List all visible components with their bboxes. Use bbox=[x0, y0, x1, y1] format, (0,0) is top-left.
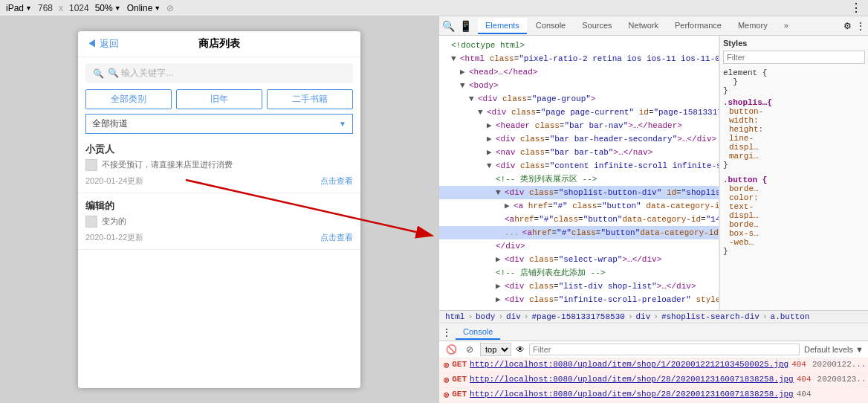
no-throttle-icon: ⊘ bbox=[166, 3, 174, 13]
html-line: <!doctype html> bbox=[439, 39, 719, 52]
html-line: ▶<div class="select-wrap">…</div> bbox=[439, 253, 719, 266]
tab-network[interactable]: Network bbox=[621, 18, 666, 34]
shop-desc-text: 变为的 bbox=[102, 216, 126, 227]
html-line: ▶<div class="bar bar-header-secondary">…… bbox=[439, 132, 719, 146]
html-line: ▼<div class="content infinite-scroll inf… bbox=[439, 159, 719, 173]
tab-elements[interactable]: Elements bbox=[478, 18, 527, 34]
html-line: ▼<html class="pixel-ratio-2 retina ios i… bbox=[439, 52, 719, 65]
device-label: iPad bbox=[6, 3, 24, 13]
html-line-highlighted: ...<a href="#" class="button" data-categ… bbox=[439, 226, 719, 239]
breadcrumb-div1[interactable]: div bbox=[506, 312, 521, 321]
breadcrumb-a-button[interactable]: a.button bbox=[771, 312, 810, 321]
search-bar[interactable]: 🔍 🔍 输入关键字... bbox=[85, 63, 353, 83]
shop-desc-text: 不接受预订，请直接来店里进行消费 bbox=[102, 159, 233, 170]
breadcrumb-page-id[interactable]: #page-1581331758530 bbox=[531, 312, 624, 321]
error-url[interactable]: http://localhost:8080/upload/item/shop/2… bbox=[470, 375, 794, 384]
category-secondhand-button[interactable]: 二手书籍 bbox=[267, 89, 353, 109]
view-button[interactable]: 点击查看 bbox=[320, 232, 353, 243]
error-icon: ⊗ bbox=[444, 390, 449, 401]
main-container: ◀ 返回 商店列表 🔍 🔍 输入关键字... 全部类别 旧年 二手书籍 全部街道… bbox=[0, 16, 868, 403]
inspect-icon[interactable]: 🔍 bbox=[442, 20, 455, 32]
search-icon: 🔍 bbox=[93, 68, 104, 79]
style-rule-button: .button { borde… color: text- displ… bor… bbox=[723, 175, 865, 256]
http-method: GET bbox=[452, 375, 467, 384]
console-filter-input[interactable] bbox=[529, 344, 800, 355]
error-url[interactable]: http://localhost:8080/upload/item/shop/2… bbox=[470, 390, 794, 399]
back-button[interactable]: ◀ 返回 bbox=[87, 37, 119, 51]
error-note: 404 bbox=[797, 390, 812, 399]
top-toolbar: iPad ▼ 768 x 1024 50% ▼ Online ▼ ⊘ ⋮ bbox=[0, 0, 868, 16]
breadcrumb-div2[interactable]: div bbox=[635, 312, 650, 321]
html-line: ▼<div class="page-group"> bbox=[439, 92, 719, 106]
styles-title: Styles bbox=[723, 39, 865, 48]
devtools-toolbar-icons: ⚙ ⋮ bbox=[843, 21, 865, 31]
console-tabbar: ⋮ Console bbox=[439, 323, 868, 341]
html-line: <a href="#" class="button" data-category… bbox=[439, 213, 719, 226]
error-icon: ⊗ bbox=[444, 360, 449, 371]
http-method: GET bbox=[452, 360, 467, 369]
tab-more[interactable]: » bbox=[777, 18, 796, 34]
tab-memory[interactable]: Memory bbox=[731, 18, 775, 34]
chevron-down-icon: ▼ bbox=[339, 120, 346, 128]
error-icon: ⊗ bbox=[444, 375, 449, 386]
html-line: <!-- 类别列表展示区 --> bbox=[439, 173, 719, 186]
viewport-x: x bbox=[59, 3, 63, 13]
device-arrow: ▼ bbox=[25, 4, 32, 12]
network-label: Online bbox=[127, 3, 153, 13]
breadcrumb-search-div[interactable]: #shoplist-search-div bbox=[661, 312, 760, 321]
html-line: ▼<div class="page page-current" id="page… bbox=[439, 106, 719, 119]
html-panel: <!doctype html> ▼<html class="pixel-rati… bbox=[439, 36, 719, 310]
html-line: ▶<a href="#" class="button" data-categor… bbox=[439, 199, 719, 213]
shop-name: 编辑的 bbox=[85, 199, 353, 213]
eye-icon[interactable]: 👁 bbox=[516, 344, 525, 355]
street-label: 全部街道 bbox=[92, 117, 128, 130]
console-toolbar: 🚫 ⊘ top 👁 Default levels ▼ bbox=[439, 341, 868, 358]
style-rule-shoplist: .shoplis…{ button- width: height: line- … bbox=[723, 98, 865, 170]
context-select[interactable]: top bbox=[480, 343, 511, 356]
tab-console[interactable]: Console bbox=[528, 18, 573, 34]
clear-console-button[interactable]: 🚫 bbox=[444, 344, 459, 355]
tab-performance[interactable]: Performance bbox=[667, 18, 729, 34]
menu-icon[interactable]: ⋮ bbox=[856, 21, 865, 31]
html-line: ▶<div class="infinite-scroll-preloader" … bbox=[439, 293, 719, 306]
shop-list: 小贡人 不接受预订，请直接来店里进行消费 2020-01-24更新 点击查看 编… bbox=[78, 137, 360, 250]
devtools-content: <!doctype html> ▼<html class="pixel-rati… bbox=[439, 36, 868, 310]
http-status: 404 bbox=[791, 360, 806, 369]
breadcrumb-html[interactable]: html bbox=[445, 312, 464, 321]
http-method: GET bbox=[452, 390, 467, 399]
breadcrumb-body[interactable]: body bbox=[476, 312, 495, 321]
device-toggle-icon[interactable]: 📱 bbox=[459, 20, 472, 32]
html-line: ▶<head>…</head> bbox=[439, 65, 719, 79]
page-title: 商店列表 bbox=[198, 37, 240, 51]
tab-sources[interactable]: Sources bbox=[574, 18, 619, 34]
category-buttons: 全部类别 旧年 二手书籍 bbox=[85, 89, 353, 109]
more-options-icon[interactable]: ⋮ bbox=[850, 1, 862, 15]
left-panel: ◀ 返回 商店列表 🔍 🔍 输入关键字... 全部类别 旧年 二手书籍 全部街道… bbox=[0, 16, 438, 403]
styles-filter-input[interactable] bbox=[723, 51, 865, 64]
html-line: ▼<body> bbox=[439, 79, 719, 92]
default-levels-dropdown[interactable]: Default levels ▼ bbox=[804, 345, 864, 354]
zoom-arrow: ▼ bbox=[114, 4, 121, 12]
settings-icon[interactable]: ⚙ bbox=[843, 21, 852, 31]
network-selector[interactable]: Online ▼ bbox=[127, 3, 161, 13]
bottom-section: html › body › div › #page-1581331758530 … bbox=[439, 310, 868, 403]
console-drag-icon[interactable]: ⋮ bbox=[442, 327, 451, 338]
shop-description: 不接受预订，请直接来店里进行消费 bbox=[85, 159, 353, 171]
error-url[interactable]: http://localhost:8080/upload/item/shop/1… bbox=[470, 360, 788, 369]
styles-panel: Styles element { }} .shoplis…{ button- w… bbox=[719, 36, 868, 310]
tab-console-bottom[interactable]: Console bbox=[456, 325, 500, 340]
console-error-1: ⊗ GET http://localhost:8080/upload/item/… bbox=[439, 358, 868, 373]
category-all-button[interactable]: 全部类别 bbox=[85, 89, 172, 109]
view-button[interactable]: 点击查看 bbox=[320, 175, 353, 187]
zoom-selector[interactable]: 50% ▼ bbox=[95, 3, 121, 13]
shop-image bbox=[85, 216, 97, 228]
mobile-frame: ◀ 返回 商店列表 🔍 🔍 输入关键字... 全部类别 旧年 二手书籍 全部街道… bbox=[78, 31, 360, 388]
error-date: 20200122... bbox=[812, 360, 867, 369]
stop-button[interactable]: ⊘ bbox=[464, 344, 476, 355]
shop-date: 2020-01-22更新 bbox=[85, 232, 143, 243]
category-old-button[interactable]: 旧年 bbox=[176, 89, 262, 109]
html-line: </div> bbox=[439, 239, 719, 253]
device-selector[interactable]: iPad ▼ bbox=[6, 3, 32, 13]
html-line: ▶<nav class="bar bar-tab">…</nav> bbox=[439, 146, 719, 159]
street-select[interactable]: 全部街道 ▼ bbox=[85, 114, 353, 134]
